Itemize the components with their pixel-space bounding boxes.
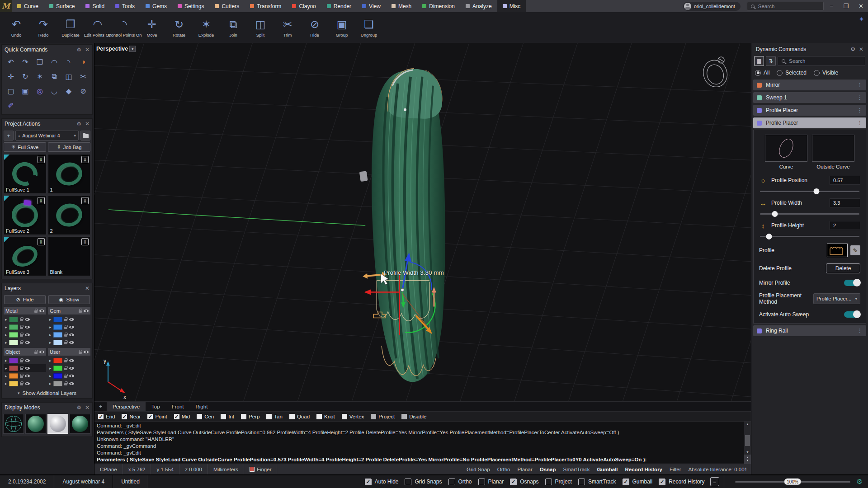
parameter-value-input[interactable]: 2 xyxy=(830,221,860,230)
osnap-checkbox[interactable] xyxy=(401,414,407,419)
layer-color-swatch[interactable] xyxy=(53,366,62,371)
curve-preview[interactable]: Curve xyxy=(765,135,807,169)
layer-row[interactable]: ▸ xyxy=(48,364,90,372)
lock-icon[interactable] xyxy=(79,310,82,313)
export-icon[interactable]: ⇩ xyxy=(38,197,45,204)
layer-color-swatch[interactable] xyxy=(9,332,18,338)
show-layers-button[interactable]: ◉ Show xyxy=(48,295,90,304)
expand-icon[interactable]: ▸ xyxy=(49,381,52,386)
osnap-checkbox[interactable] xyxy=(122,414,127,419)
toggle-checkbox[interactable] xyxy=(510,479,517,485)
gear-icon[interactable]: ⚙ xyxy=(76,121,81,127)
status-toggle[interactable]: Record History xyxy=(622,464,666,474)
toolbar-button[interactable]: ❏ Ungroup xyxy=(356,18,382,38)
bottom-toggle[interactable]: Planar xyxy=(478,479,504,485)
edit-profile-button[interactable]: ✎ xyxy=(850,245,860,255)
radio-icon[interactable] xyxy=(777,70,783,76)
menu-item[interactable]: Solid xyxy=(80,0,110,12)
menu-item[interactable]: Render xyxy=(321,0,357,12)
toolbar-button[interactable]: ↷ Redo xyxy=(31,18,56,38)
close-icon[interactable]: ✕ xyxy=(85,405,90,410)
project-select[interactable]: ● August Webinar 4 ▾ xyxy=(15,131,79,141)
ring-model[interactable] xyxy=(359,69,445,382)
placement-method-select[interactable]: Profile Placer... ▾ xyxy=(813,293,860,304)
export-icon[interactable]: ⇩ xyxy=(81,156,89,163)
layer-color-swatch[interactable] xyxy=(53,381,62,386)
layer-color-swatch[interactable] xyxy=(53,340,62,345)
open-folder-button[interactable] xyxy=(80,131,90,141)
viewport-tab[interactable]: Top xyxy=(146,402,166,411)
profile-shape-thumbnail[interactable] xyxy=(827,244,848,257)
export-icon[interactable]: ⇩ xyxy=(81,238,89,245)
zoom-level-badge[interactable]: 100% xyxy=(784,479,801,485)
quick-command-button[interactable]: ↷ xyxy=(18,56,33,67)
expand-icon[interactable]: ▸ xyxy=(5,340,7,345)
osnap-checkbox[interactable] xyxy=(371,414,376,419)
toggle-checkbox[interactable] xyxy=(578,479,585,485)
gear-icon[interactable]: ⚙ xyxy=(850,47,855,52)
titlebar-search-input[interactable]: Search xyxy=(747,2,824,10)
curve-preview[interactable]: Outside Curve xyxy=(812,135,854,169)
layer-color-swatch[interactable] xyxy=(53,324,62,330)
quick-command-button[interactable]: ✐ xyxy=(4,100,18,111)
lock-icon[interactable] xyxy=(20,334,23,337)
parameter-value-input[interactable]: 0.57 xyxy=(830,176,860,185)
layer-row[interactable]: ▸ xyxy=(48,331,90,338)
eye-icon[interactable] xyxy=(39,350,44,354)
menu-item[interactable]: Misc xyxy=(497,0,526,12)
project-thumbnail[interactable]: ⇩ FullSave 2 xyxy=(4,195,47,235)
osnap-checkbox[interactable] xyxy=(147,414,153,419)
layer-color-swatch[interactable] xyxy=(9,317,18,322)
menu-item[interactable]: Cutters xyxy=(209,0,245,12)
toggle-checkbox[interactable] xyxy=(448,479,455,485)
toggle-checkbox[interactable] xyxy=(623,479,629,485)
eye-icon[interactable] xyxy=(69,374,74,378)
expand-icon[interactable]: ▸ xyxy=(5,325,7,329)
quick-command-button[interactable]: ◫ xyxy=(61,71,76,82)
osnap-option[interactable]: Mid xyxy=(174,414,190,419)
quick-command-button[interactable]: ❒ xyxy=(33,56,47,67)
toolbar-button[interactable]: ◫ Split xyxy=(248,18,273,38)
full-save-button[interactable]: ✳ Full Save xyxy=(4,142,46,152)
lock-icon[interactable] xyxy=(64,383,67,385)
dynamic-commands-search-input[interactable]: Search xyxy=(778,56,865,66)
auto-sweep-toggle[interactable] xyxy=(844,311,860,318)
toolbar-button[interactable]: ▣ Group xyxy=(329,18,354,38)
lock-icon[interactable] xyxy=(64,342,67,344)
menu-item[interactable]: Analyze xyxy=(460,0,497,12)
quick-command-button[interactable]: ✂ xyxy=(76,71,90,82)
layer-row[interactable]: ▸ xyxy=(48,315,90,323)
layer-row[interactable]: ▸ xyxy=(4,323,46,331)
status-field[interactable]: x 5.762 xyxy=(123,464,151,474)
eye-icon[interactable] xyxy=(25,358,30,363)
bottom-toggle[interactable]: SmartTrack xyxy=(578,479,616,485)
osnap-option[interactable]: Knot xyxy=(316,414,335,419)
menu-item[interactable]: Tools xyxy=(110,0,140,12)
expand-icon[interactable]: ▸ xyxy=(5,366,7,371)
toolbar-button[interactable]: ◠ Edit Points On xyxy=(85,18,110,38)
kebab-menu-icon[interactable]: ⋮ xyxy=(857,94,863,101)
lock-icon[interactable] xyxy=(64,375,67,378)
command-history-scrollbar[interactable]: ▲ ▼ xyxy=(744,422,751,455)
lock-icon[interactable] xyxy=(64,360,67,362)
add-viewport-tab-button[interactable]: + xyxy=(94,402,107,411)
quick-command-button[interactable]: ▢ xyxy=(4,85,18,96)
lock-icon[interactable] xyxy=(20,360,23,362)
perspective-viewport[interactable]: y x Perspective ▾ xyxy=(94,43,751,401)
command-history[interactable]: Command: _gvEdit Parameters ( StyleSave … xyxy=(94,421,751,464)
quick-command-button[interactable]: ◝ xyxy=(61,56,76,67)
lock-icon[interactable] xyxy=(20,375,23,378)
toolbar-button[interactable]: ◝ Control Points On xyxy=(112,18,137,38)
toggle-checkbox[interactable] xyxy=(365,479,372,485)
dynamic-command-item[interactable]: Profile Placer ⋮ xyxy=(753,105,866,116)
parameter-slider[interactable] xyxy=(760,236,859,237)
bottom-toggle[interactable]: Project xyxy=(545,479,572,485)
project-name-label[interactable]: August webinar 4 xyxy=(54,475,113,488)
layer-color-swatch[interactable] xyxy=(53,332,62,338)
settings-gear-icon[interactable]: ⚙ xyxy=(857,478,868,486)
project-thumbnail[interactable]: ⇩ 2 xyxy=(48,195,91,235)
job-bag-button[interactable]: ⇩ Job Bag xyxy=(48,142,90,152)
osnap-checkbox[interactable] xyxy=(174,414,179,419)
document-name-label[interactable]: Untitled xyxy=(113,475,148,488)
layer-color-swatch[interactable] xyxy=(9,373,18,379)
